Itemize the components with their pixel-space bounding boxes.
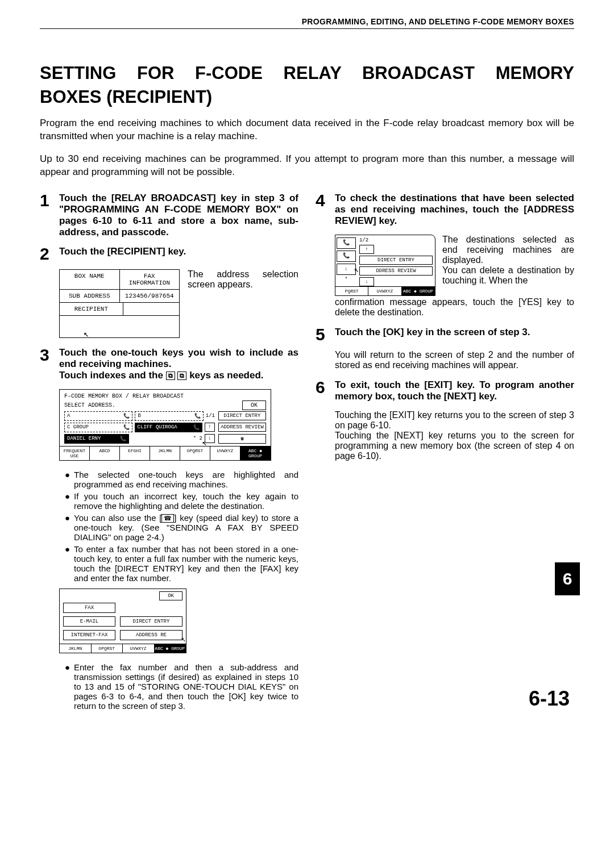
tab-frequent[interactable]: FREQUENT USE (60, 446, 90, 460)
bullet-icon: ● (65, 544, 74, 583)
s3-bullet-3: You can also use the [☎] key (speed dial… (74, 513, 298, 542)
chapter-tab: 6 (555, 562, 580, 595)
step4-caption-1: The destinations selected as end receivi… (442, 235, 574, 265)
phone-icon: 📞 (337, 251, 356, 262)
tab-uvwxyz[interactable]: UVWXYZ (368, 287, 401, 295)
label-fax-info: FAX INFORMATION (120, 270, 180, 289)
ui3-select-label: SELECT ADDRESS. (64, 402, 115, 408)
step4-caption-2: You can delete a destination by touching… (442, 265, 574, 286)
label-sub-address: SUB ADDRESS (60, 290, 120, 302)
step-3-text: Touch the one-touch keys you wish to inc… (59, 347, 298, 381)
recipient-field[interactable]: ↖ (60, 316, 179, 337)
ui-address-select: F-CODE MEMORY BOX / RELAY BROADCAST SELE… (59, 389, 271, 461)
star-count: * 2 (193, 436, 202, 441)
tab-pqrst[interactable]: PQRST (335, 287, 368, 295)
key-daniel[interactable]: DANIEL ERNY (67, 436, 101, 442)
section-header: PROGRAMMING, EDITING, AND DELETING F-COD… (40, 17, 574, 26)
recipient-blank (123, 303, 179, 315)
tab-uvwxyz[interactable]: UVWXYZ (123, 644, 155, 653)
address-review-button[interactable]: DDRESS REVIEW ↖ (359, 266, 433, 276)
down-key-icon: ⧉ (177, 372, 186, 380)
down-arrow-button[interactable]: ↓ (359, 277, 374, 286)
tab-abcd[interactable]: ABCD (90, 446, 120, 460)
step-number-1: 1 (40, 193, 59, 238)
tab-abc-group[interactable]: ABC ◆ GROUP (240, 446, 271, 460)
fax-button[interactable]: FAX (63, 603, 115, 613)
key-cliff[interactable]: CLIFF QUIROGA (138, 424, 177, 431)
step-6-text: To exit, touch the [EXIT] key. To progra… (335, 379, 574, 402)
step-5-text: Touch the [OK] key in the screen of step… (335, 327, 574, 342)
ui3-path: F-CODE MEMORY BOX / RELAY BROADCAST (64, 393, 266, 399)
tab-jklmn[interactable]: JKLMN (60, 644, 92, 653)
email-button[interactable]: E-MAIL (63, 616, 115, 627)
ifax-button[interactable]: INTERNET-FAX (63, 630, 115, 640)
phone-icon: 📞 (337, 237, 356, 249)
tab-abc-group[interactable]: ABC ◆ GROUP (155, 644, 186, 653)
down-arrow-icon[interactable]: ↓ (337, 264, 356, 275)
intro-2: Up to 30 end receiving machines can be p… (40, 153, 574, 179)
key-b[interactable]: B (138, 413, 140, 419)
step-2-caption: The address selection screen appears. (188, 269, 298, 338)
direct-entry-button[interactable]: DIRECT ENTRY (359, 256, 433, 265)
phone-icon: 📞 (123, 413, 130, 419)
up-key-icon: ⧉ (166, 372, 175, 380)
phone-icon: 📞 (194, 413, 201, 419)
ui-recipient-panel: BOX NAME FAX INFORMATION SUB ADDRESS 123… (59, 269, 180, 338)
address-review-button[interactable]: ADDRESS REVIEW (218, 423, 266, 432)
direct-entry-button[interactable]: DIRECT ENTRY (120, 616, 182, 627)
label-box-name: BOX NAME (60, 270, 120, 289)
step4-caption-tail: confirmation message appears, touch the … (335, 297, 574, 318)
step-number-4: 4 (316, 193, 335, 227)
step-3-text-a: Touch the one-touch keys you wish to inc… (59, 347, 298, 369)
tab-efghi[interactable]: EFGHI (120, 446, 150, 460)
step-5-body: You will return to the screen of step 2 … (335, 350, 574, 370)
key-c-group[interactable]: C GROUP (67, 424, 89, 431)
recipient-button[interactable]: RECIPIENT (60, 303, 123, 315)
value-sub-address: 123456/987654 (120, 290, 180, 302)
tab-uvwxyz[interactable]: UVWXYZ (210, 446, 240, 460)
step-number-3: 3 (40, 347, 59, 381)
cursor-icon: ↖ (202, 438, 207, 448)
phone-icon: 📞 (120, 436, 126, 442)
address-review-button[interactable]: ADDRESS RE (120, 630, 182, 640)
direct-entry-button[interactable]: DIRECT ENTRY (218, 411, 266, 420)
star-label: * (337, 277, 356, 282)
header-rule (40, 28, 574, 29)
tab-opqrst[interactable]: OPQRST (92, 644, 123, 653)
page-title-line2: BOXES (RECIPIENT) (40, 87, 574, 107)
speed-dial-icon[interactable]: ☎ (218, 434, 266, 444)
tab-jklmn[interactable]: JKLMN (150, 446, 180, 460)
tab-abc-group[interactable]: ABC ◆ GROUP (402, 287, 435, 295)
page-indicator: 1/2 (359, 237, 433, 243)
ui-address-review: 📞 📞 ↓ * 1/2 ↑ DIRECT ENTRY DDRESS REVIEW (335, 235, 435, 296)
ok-button[interactable]: OK (159, 591, 182, 600)
cursor-icon: ↖ (354, 265, 359, 274)
up-arrow-button[interactable]: ↑ (205, 423, 215, 432)
phone-icon: 📞 (123, 424, 130, 431)
s3-bullet-2: If you touch an incorrect key, touch the… (74, 491, 298, 511)
intro-1: Program the end receiving machines to wh… (40, 117, 574, 143)
bullet-icon: ● (65, 470, 74, 489)
step-number-2: 2 (40, 246, 59, 261)
phone-icon: 📞 (193, 424, 200, 431)
cursor-icon: ↖ (181, 634, 186, 644)
up-arrow-button[interactable]: ↑ (359, 245, 374, 254)
step-4-text: To check the destinations that have been… (335, 193, 574, 227)
step-6-body-1: Touching the [EXIT] key returns you to t… (335, 410, 574, 431)
s3-bullet-1: The selected one-touch keys are highligh… (74, 470, 298, 489)
step-number-6: 6 (316, 379, 335, 402)
ui-direct-entry: OK FAX E-MAIL DIRECT ENTRY INTERNET-FAX … (59, 589, 186, 653)
s3-bullet-5: Enter the fax number and then a sub-addr… (74, 662, 298, 711)
bullet-icon: ● (65, 513, 74, 542)
step-1-text: Touch the [RELAY BROADCAST] key in step … (59, 193, 298, 238)
page-title-line1: SETTING FOR F-CODE RELAY BROADCAST MEMOR… (40, 63, 574, 84)
step-3-text-c: keys as needed. (189, 370, 263, 381)
key-a[interactable]: A (67, 413, 70, 419)
step-2-text: Touch the [RECIPIENT] key. (59, 246, 298, 261)
tab-opqrst[interactable]: OPQRST (180, 446, 210, 460)
ok-button[interactable]: OK (242, 400, 266, 410)
step-6-body-2: Touching the [NEXT] key returns you to t… (335, 431, 574, 461)
step-number-5: 5 (316, 327, 335, 342)
step-3-text-b: Touch indexes and the (59, 370, 163, 381)
cursor-icon: ↖ (84, 328, 89, 340)
